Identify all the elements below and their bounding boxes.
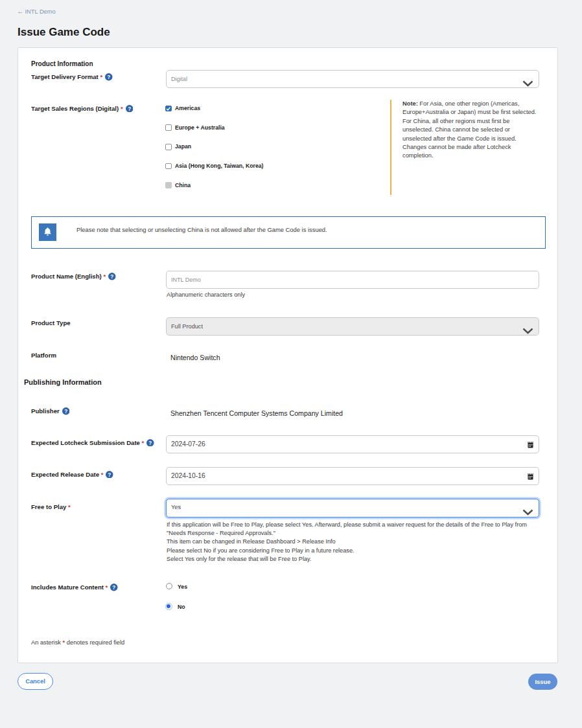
svg-text:?: ? xyxy=(149,440,152,446)
svg-text:?: ? xyxy=(108,472,111,477)
svg-text:?: ? xyxy=(64,409,67,415)
svg-text:?: ? xyxy=(110,274,113,280)
svg-text:?: ? xyxy=(107,74,110,80)
svg-text:?: ? xyxy=(113,585,116,591)
svg-text:?: ? xyxy=(128,106,131,111)
